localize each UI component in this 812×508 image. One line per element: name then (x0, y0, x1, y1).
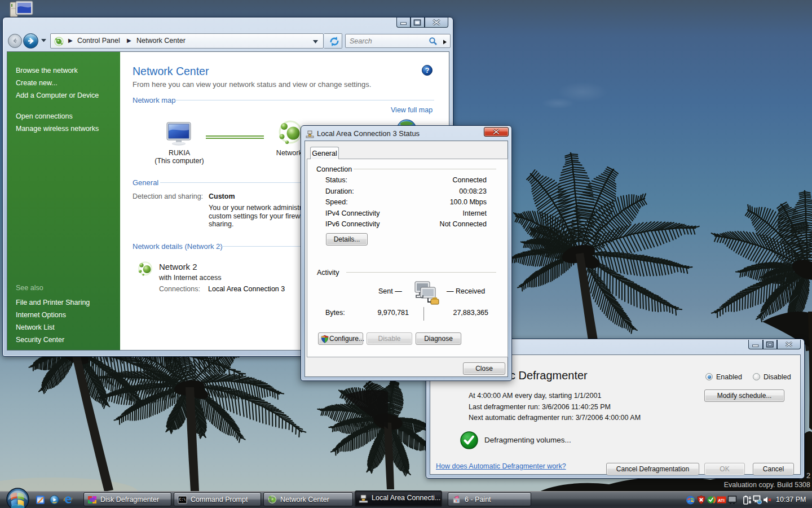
svg-text:?: ? (425, 67, 430, 75)
svg-text:ATI: ATI (718, 498, 725, 503)
svg-text:C:\: C:\ (179, 498, 186, 502)
